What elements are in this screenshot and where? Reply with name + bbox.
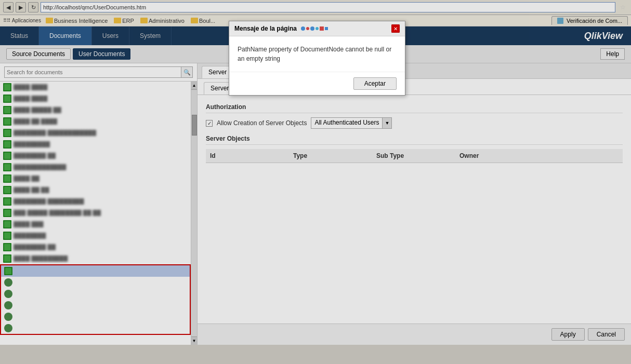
favicon-dot-red [306, 27, 309, 30]
modal-title: Mensaje de la página [234, 25, 328, 32]
favicon-dot-blue2 [310, 26, 314, 31]
modal-close-button[interactable]: ✕ [391, 24, 400, 33]
favicon-square-blue [325, 27, 328, 30]
modal-ok-button[interactable]: Aceptar [353, 77, 397, 90]
modal-favicon-group [301, 26, 328, 31]
modal-footer: Aceptar [229, 72, 405, 95]
modal-body: PathName property of DocumentNode cannot… [229, 36, 405, 72]
favicon-dot-teal [316, 27, 319, 30]
modal-header: Mensaje de la página ✕ [229, 21, 405, 36]
modal-message: PathName property of DocumentNode cannot… [238, 45, 397, 63]
modal-title-text: Mensaje de la página [234, 25, 297, 32]
favicon-dot-blue [301, 26, 305, 31]
favicon-square-red [320, 26, 324, 31]
modal-dialog: Mensaje de la página ✕ PathName property… [229, 21, 405, 96]
modal-overlay: Mensaje de la página ✕ PathName property… [0, 0, 631, 364]
